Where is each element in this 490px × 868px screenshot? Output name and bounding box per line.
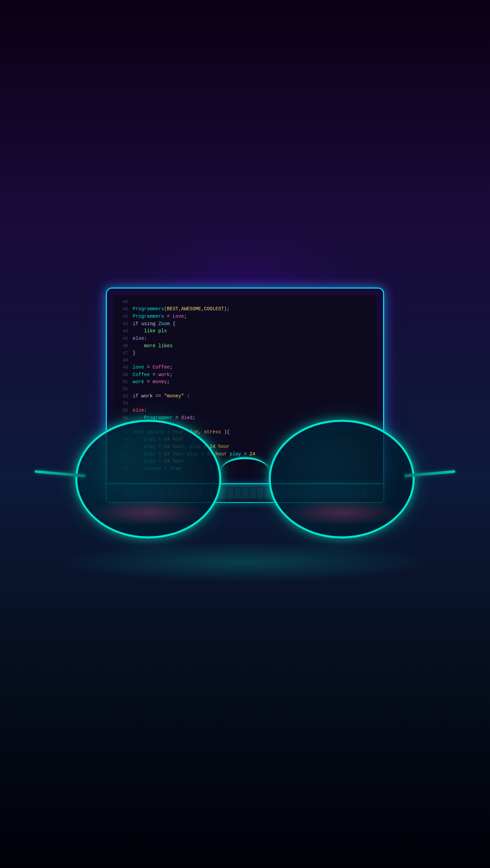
lens-right [269,420,415,538]
code-line-53: 53 if work == "money" : [118,393,372,400]
lens-left [75,420,221,538]
illustration-scene: 40 41 Programmers(BEST,AWESOME,COOLEST);… [92,288,398,593]
code-line-44: 44 like pls [118,328,372,335]
code-line-52: 52 [118,386,372,393]
code-line-48: 48 [118,357,372,364]
code-line-41: 41 Programmers(BEST,AWESOME,COOLEST); [118,305,372,313]
code-line-42: 42 Programmers = Love; [118,313,372,320]
code-line-54: 54 [118,400,372,407]
code-line-49: 49 love = Coffee; [118,364,372,371]
glasses-bridge [221,457,269,484]
code-line-51: 51 work = money; [118,378,372,386]
code-line-47: 47 } [118,350,372,357]
code-line-40: 40 [118,299,372,305]
code-line-50: 50 Coffee = work; [118,371,372,379]
surface-glow [58,542,432,583]
code-line-46: 46 more likes [118,342,372,350]
code-line-45: 45 else: [118,335,372,342]
glasses [75,413,415,555]
code-line-43: 43 if using Zoom { [118,320,372,328]
